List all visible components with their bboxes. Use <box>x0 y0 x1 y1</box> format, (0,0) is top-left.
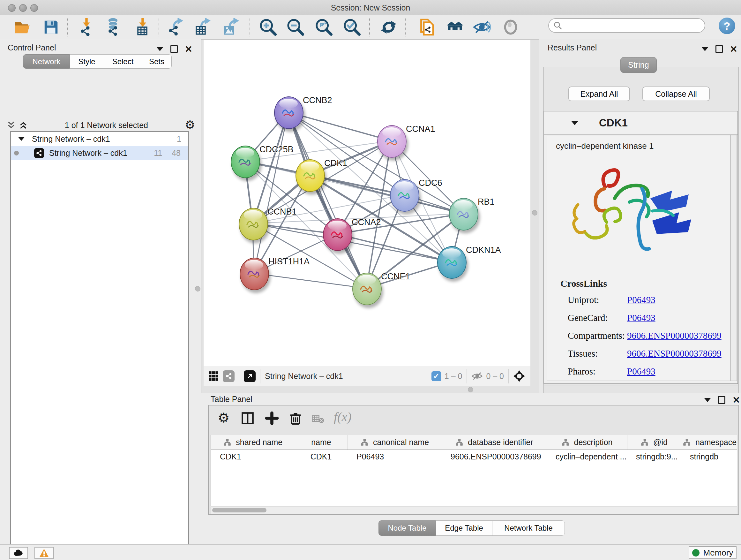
birdseye-view-icon[interactable] <box>244 370 256 382</box>
help-button[interactable]: ? <box>719 17 735 34</box>
open-session-icon[interactable] <box>12 17 32 37</box>
crosslink-link[interactable]: 9606.ENSP00000378699 <box>627 348 722 359</box>
control-panel-close-icon[interactable]: ✕ <box>185 46 192 52</box>
column-header-shared-name[interactable]: shared name <box>211 435 295 450</box>
table-scrollbar-thumb[interactable] <box>212 508 266 512</box>
network-node-CCNA2[interactable] <box>323 219 352 251</box>
network-node-CDK1[interactable] <box>295 159 325 192</box>
network-node-RB1[interactable] <box>449 198 478 231</box>
delete-column-trash-icon[interactable] <box>288 411 302 425</box>
crosslink-link[interactable]: 9606.ENSP00000378699 <box>627 330 722 341</box>
export-table-icon[interactable] <box>193 17 213 37</box>
table-cell[interactable]: stringdb:9... <box>627 450 681 463</box>
save-session-icon[interactable] <box>41 17 61 37</box>
control-panel-menu-icon[interactable] <box>156 47 163 51</box>
table-panel-close-icon[interactable]: ✕ <box>732 397 740 403</box>
network-node-CDC25B[interactable] <box>231 145 260 178</box>
hide-show-icon[interactable] <box>472 17 492 37</box>
control-panel-float-icon[interactable] <box>171 45 178 53</box>
network-edge-HIST1H1A-CCNE1[interactable] <box>254 273 366 288</box>
tab-network-table[interactable]: Network Table <box>492 520 565 536</box>
node-table[interactable]: shared namenamecanonical namedatabase id… <box>211 435 737 506</box>
pan-crosshair-icon[interactable] <box>513 370 525 382</box>
column-header-database-identifier[interactable]: database identifier <box>442 435 547 450</box>
results-panel-close-icon[interactable]: ✕ <box>730 46 738 52</box>
import-network-file-icon[interactable] <box>76 17 97 37</box>
table-cell[interactable]: 9606.ENSP00000378699 <box>442 450 547 463</box>
search-box[interactable] <box>548 18 705 33</box>
tab-edge-table[interactable]: Edge Table <box>436 520 492 536</box>
table-cell[interactable]: CDK1 <box>211 450 295 463</box>
zoom-selected-icon[interactable] <box>342 17 362 37</box>
export-image-icon[interactable] <box>221 17 242 37</box>
network-share-view-icon[interactable] <box>223 370 234 382</box>
collapse-all-button[interactable]: Collapse All <box>643 86 710 101</box>
crosslink-link[interactable]: P06493 <box>627 313 656 323</box>
table-panel-menu-icon[interactable] <box>704 398 711 402</box>
results-panel-float-icon[interactable] <box>716 45 723 53</box>
import-network-database-icon[interactable] <box>103 17 123 37</box>
export-network-icon[interactable] <box>165 17 186 37</box>
memory-button[interactable]: Memory <box>689 546 737 559</box>
left-splitter-handle[interactable] <box>195 286 200 292</box>
horizontal-splitter-handle[interactable] <box>468 387 473 392</box>
table-cell[interactable]: CDK1 <box>295 450 347 463</box>
results-panel-menu-icon[interactable] <box>701 47 709 51</box>
tab-select[interactable]: Select <box>104 54 142 69</box>
results-vertical-scrollbar[interactable] <box>731 135 737 381</box>
network-node-CCNE1[interactable] <box>352 273 382 305</box>
right-splitter-handle[interactable] <box>532 210 537 215</box>
refresh-icon[interactable] <box>379 17 399 37</box>
network-edge-CCNB2-HIST1H1A[interactable] <box>254 112 288 273</box>
network-node-CDC6[interactable] <box>390 179 419 212</box>
column-header-namespace[interactable]: namespace <box>681 435 737 450</box>
zoom-in-icon[interactable] <box>258 17 278 37</box>
table-row[interactable]: CDK1CDK1P064939606.ENSP00000378699cyclin… <box>211 450 737 463</box>
tab-node-table[interactable]: Node Table <box>379 520 436 536</box>
network-node-HIST1H1A[interactable] <box>240 258 269 290</box>
expand-all-chevron-icon[interactable] <box>18 120 28 130</box>
table-horizontal-scrollbar[interactable] <box>211 507 737 514</box>
column-header-description[interactable]: description <box>547 435 627 450</box>
crosslink-link[interactable]: P06493 <box>627 295 656 305</box>
results-horizontal-scrollbar[interactable] <box>543 385 738 393</box>
network-node-CCNA1[interactable] <box>377 125 407 158</box>
tab-network[interactable]: Network <box>23 54 70 69</box>
collection-expander-icon[interactable] <box>18 137 24 140</box>
table-options-gear-icon[interactable]: ⚙ <box>218 411 230 425</box>
protein-result-header[interactable]: CDK1 <box>544 111 738 135</box>
network-canvas[interactable]: CCNB2CCNA1CDC25BCDK1CDC6RB1CCNB1CCNA2CDK… <box>204 40 530 366</box>
cloud-status-button[interactable] <box>9 547 28 559</box>
zoom-fit-icon[interactable] <box>314 17 334 37</box>
network-row[interactable]: String Network – cdk1 11 48 <box>11 146 188 160</box>
table-cell[interactable]: cyclin–dependent ... <box>547 450 627 463</box>
search-input[interactable] <box>562 21 704 30</box>
import-table-icon[interactable] <box>132 17 153 37</box>
network-node-CCNB1[interactable] <box>239 208 268 240</box>
protein-expander-icon[interactable] <box>571 121 578 125</box>
selected-nodes-checkbox-icon[interactable]: ✓ <box>431 371 441 381</box>
tab-sets[interactable]: Sets <box>142 54 172 69</box>
network-node-CCNB2[interactable] <box>274 97 304 129</box>
tab-style[interactable]: Style <box>70 54 104 69</box>
expand-all-button[interactable]: Expand All <box>568 86 630 101</box>
network-node-CDKN1A[interactable] <box>437 246 467 279</box>
column-header-id[interactable]: @id <box>627 435 681 450</box>
collapse-all-chevron-icon[interactable] <box>6 120 16 130</box>
warning-status-button[interactable] <box>35 547 54 559</box>
column-header-name[interactable]: name <box>295 435 347 450</box>
create-column-plus-icon[interactable] <box>265 411 279 425</box>
show-columns-icon[interactable] <box>241 411 255 425</box>
crosslink-link[interactable]: P06493 <box>627 366 656 377</box>
network-collection-row[interactable]: String Network – cdk1 1 <box>11 132 188 146</box>
table-panel-float-icon[interactable] <box>718 396 725 404</box>
tab-string[interactable]: String <box>620 57 657 73</box>
grid-view-icon[interactable] <box>208 371 219 381</box>
table-cell[interactable]: P06493 <box>347 450 442 463</box>
column-header-canonical-name[interactable]: canonical name <box>347 435 442 450</box>
network-options-gear-icon[interactable]: ⚙ <box>185 120 195 130</box>
home-networks-icon[interactable] <box>445 17 465 37</box>
zoom-out-icon[interactable] <box>285 17 306 37</box>
share-document-icon[interactable] <box>417 17 438 37</box>
table-cell[interactable]: stringdb <box>681 450 737 463</box>
